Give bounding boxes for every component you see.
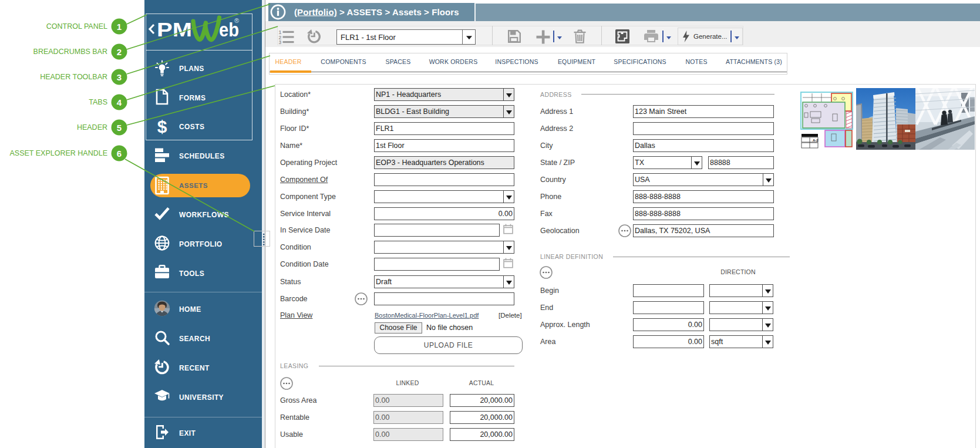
svg-text:PM: PM [157,19,192,41]
svg-text:A-2: A-2 [813,139,819,142]
svg-text:$: $ [157,117,167,136]
svg-text:3: 3 [279,39,282,45]
svg-text:®: ® [234,17,239,24]
